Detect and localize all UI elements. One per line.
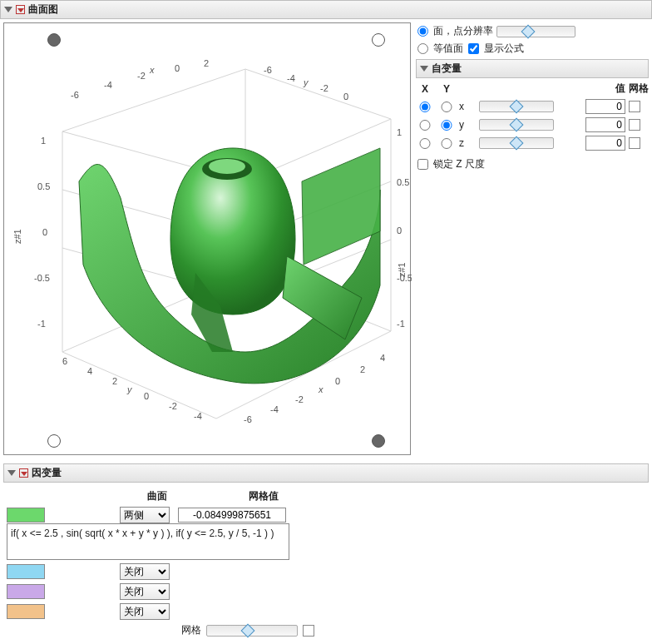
swatch-0[interactable]	[7, 508, 45, 523]
var-y-gridchk[interactable]	[629, 119, 640, 131]
var-x-value[interactable]	[585, 99, 625, 114]
independent-collapse-icon[interactable]	[420, 66, 428, 72]
surface-svg: -6-4-2 x 02 -6-4 y -20 10.50-0.5-1 z#1 1…	[4, 23, 412, 456]
svg-text:-2: -2	[169, 401, 177, 411]
side-controls: 面，点分辨率 等值面 显示公式 自变量 X Y 值 网格 x	[416, 22, 649, 455]
svg-text:0: 0	[397, 225, 402, 235]
rotate-handle-top-left[interactable]	[47, 33, 61, 47]
panel-title: 曲面图	[28, 2, 58, 17]
svg-text:-0.5: -0.5	[34, 273, 50, 283]
dep-row-2: 关闭	[7, 583, 645, 600]
col-y: Y	[437, 83, 456, 95]
var-z-gridchk[interactable]	[629, 137, 640, 149]
svg-text:y: y	[126, 384, 133, 394]
var-y-value[interactable]	[585, 117, 625, 132]
rotate-handle-bottom-right[interactable]	[372, 434, 385, 448]
x-radio-x[interactable]	[417, 102, 432, 112]
rotate-handle-bottom-left[interactable]	[47, 434, 61, 448]
surface-mode-1[interactable]: 关闭	[120, 563, 170, 580]
var-x-slider[interactable]	[479, 101, 554, 112]
independent-header: 自变量	[416, 59, 649, 78]
svg-text:0.5: 0.5	[397, 177, 409, 187]
svg-text:0: 0	[335, 376, 340, 386]
bottom-grid-slider[interactable]	[206, 625, 298, 637]
lock-z-checkbox[interactable]	[417, 159, 428, 170]
svg-text:-2: -2	[137, 71, 146, 81]
z-radio-x[interactable]	[417, 138, 432, 149]
mode-iso-label: 等值面	[433, 42, 463, 56]
var-y-label: y	[459, 119, 476, 131]
col-grid: 网格	[629, 82, 649, 96]
x-radio-y[interactable]	[439, 102, 454, 112]
var-z-label: z	[459, 137, 476, 149]
svg-text:1: 1	[397, 127, 402, 137]
surface-mode-0[interactable]: 两侧	[120, 507, 170, 523]
collapse-icon[interactable]	[4, 7, 12, 12]
svg-text:2: 2	[360, 364, 365, 374]
dependent-header: 因变量	[3, 463, 649, 483]
formula-text: if( x <= 2.5 , sin( sqrt( x * x + y * y …	[11, 528, 274, 539]
mode-surface-radio[interactable]	[417, 26, 428, 37]
svg-text:x: x	[149, 65, 155, 75]
svg-text:1: 1	[41, 136, 46, 146]
svg-text:-4: -4	[287, 73, 295, 83]
swatch-1[interactable]	[7, 564, 45, 579]
rotate-handle-top-right[interactable]	[372, 33, 385, 47]
y-radio-x[interactable]	[417, 120, 432, 131]
svg-text:-6: -6	[264, 65, 272, 75]
z-radio-y[interactable]	[439, 138, 454, 149]
svg-text:z#1: z#1	[12, 229, 22, 244]
swatch-2[interactable]	[7, 584, 45, 599]
svg-text:-4: -4	[104, 80, 112, 90]
mode-surface-label: 面，点分辨率	[433, 24, 493, 38]
svg-text:-2: -2	[320, 83, 328, 93]
dep-row-3: 关闭	[7, 603, 645, 620]
col-value: 值	[585, 82, 625, 96]
surface-mode-3[interactable]: 关闭	[120, 603, 170, 620]
svg-text:x: x	[318, 384, 324, 394]
independent-grid: X Y 值 网格 x y z	[416, 82, 649, 151]
var-x-gridchk[interactable]	[629, 101, 640, 112]
dependent-collapse-icon[interactable]	[7, 470, 16, 476]
resolution-slider[interactable]	[496, 26, 575, 37]
var-z-slider[interactable]	[479, 137, 554, 149]
svg-text:0: 0	[175, 63, 180, 73]
svg-text:2: 2	[204, 58, 209, 68]
independent-title: 自变量	[432, 62, 462, 76]
mode-iso-radio[interactable]	[417, 43, 428, 54]
y-radio-y[interactable]	[439, 120, 454, 131]
bottom-grid-chk[interactable]	[303, 625, 314, 637]
svg-text:y: y	[303, 77, 309, 87]
svg-text:-6: -6	[71, 90, 79, 100]
var-x-label: x	[459, 101, 476, 112]
svg-text:4: 4	[380, 353, 385, 363]
show-formula-label: 显示公式	[484, 42, 524, 56]
col-surface: 曲面	[111, 489, 203, 503]
svg-text:0.5: 0.5	[37, 181, 50, 191]
svg-text:-4: -4	[194, 411, 202, 421]
dep-row-0: 两侧	[7, 507, 645, 523]
swatch-3[interactable]	[7, 604, 45, 619]
svg-text:2: 2	[112, 376, 117, 386]
surface-plot[interactable]: -6-4-2 x 02 -6-4 y -20 10.50-0.5-1 z#1 1…	[3, 22, 411, 455]
col-gridval: 网格值	[210, 489, 318, 503]
svg-text:z#1: z#1	[397, 262, 407, 277]
dependent-menu-icon[interactable]	[19, 468, 28, 478]
formula-box[interactable]: if( x <= 2.5 , sin( sqrt( x * x + y * y …	[7, 523, 289, 560]
svg-text:0: 0	[42, 227, 47, 237]
surface-mode-2[interactable]: 关闭	[120, 583, 170, 600]
svg-text:4: 4	[87, 366, 92, 376]
svg-text:0: 0	[144, 391, 149, 401]
svg-text:-1: -1	[397, 319, 405, 329]
svg-text:-6: -6	[244, 414, 252, 424]
gridvalue-input[interactable]	[178, 508, 286, 523]
var-y-slider[interactable]	[479, 119, 554, 131]
svg-text:-4: -4	[270, 404, 279, 414]
show-formula-checkbox[interactable]	[468, 43, 479, 54]
dependent-title: 因变量	[32, 466, 62, 480]
svg-text:0: 0	[343, 92, 348, 102]
lock-z-label: 锁定 Z 尺度	[433, 157, 485, 171]
var-z-value[interactable]	[585, 136, 625, 151]
svg-text:-2: -2	[295, 394, 304, 404]
menu-icon[interactable]	[16, 5, 25, 14]
